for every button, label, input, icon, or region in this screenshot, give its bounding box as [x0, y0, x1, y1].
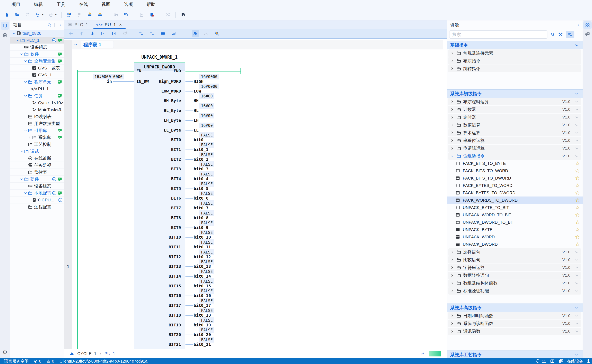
- menu-6[interactable]: 帮助: [146, 1, 155, 7]
- output-value[interactable]: 16#00: [199, 123, 214, 128]
- network-collapse-icon[interactable]: [73, 42, 78, 47]
- output-variable[interactable]: LOW: [194, 89, 201, 94]
- instruction-category[interactable]: 标准验证功能 V1.0: [448, 287, 581, 295]
- pin-BIT8[interactable]: BIT8: [134, 215, 183, 220]
- device-online-icon[interactable]: [559, 359, 563, 364]
- warning-counter[interactable]: ⚠ 0: [47, 359, 54, 364]
- instruction-category[interactable]: 选择语句 V1.0: [448, 248, 581, 256]
- output-variable[interactable]: bit0_12: [194, 254, 211, 259]
- sort-view-button[interactable]: [179, 11, 187, 19]
- cross-reference-button[interactable]: [164, 11, 172, 19]
- online-monitor-button[interactable]: [122, 11, 130, 19]
- output-value[interactable]: FALSE: [199, 308, 214, 313]
- menu-2[interactable]: 工具: [56, 1, 66, 7]
- tree-item-process-control[interactable]: 工艺控制: [10, 141, 64, 148]
- output-value[interactable]: 16#0000: [199, 74, 219, 79]
- tree-item-user-data-types[interactable]: 用户数据类型: [10, 120, 64, 127]
- pin-BIT17[interactable]: BIT17: [134, 303, 183, 308]
- error-counter[interactable]: ⊗ 0: [34, 359, 41, 364]
- output-value[interactable]: FALSE: [199, 337, 214, 343]
- stop-device-button[interactable]: [148, 11, 156, 19]
- tree-item-reference-lib[interactable]: 引用库: [10, 127, 64, 134]
- tree-item-remote-config[interactable]: 远程配置: [10, 203, 64, 210]
- breadcrumb-unit[interactable]: PU_1: [105, 351, 115, 356]
- output-value[interactable]: FALSE: [199, 181, 214, 187]
- output-variable[interactable]: bit0_10: [194, 235, 211, 240]
- instruction-category[interactable]: 常规及连接元素: [448, 49, 581, 57]
- output-variable[interactable]: LH: [194, 118, 199, 123]
- output-value[interactable]: FALSE: [199, 298, 214, 304]
- instruction-category[interactable]: 字符串运算 V1.0: [448, 264, 581, 271]
- section-header[interactable]: 系统库工艺指令: [447, 351, 583, 358]
- output-value[interactable]: FALSE: [199, 269, 214, 274]
- output-value[interactable]: FALSE: [199, 161, 214, 167]
- add-element-button[interactable]: [67, 30, 74, 37]
- upload-from-device-button[interactable]: [96, 11, 104, 19]
- export-network-button[interactable]: [110, 30, 118, 37]
- pin-BIT15[interactable]: BIT15: [134, 284, 183, 288]
- instruction-UNPACK_DWORD_TO_BIT[interactable]: UNPACK_DWORD_TO_BIT ☆: [447, 219, 583, 226]
- output-value[interactable]: FALSE: [199, 239, 214, 245]
- zoom-button[interactable]: [213, 30, 221, 37]
- list-view-button[interactable]: [159, 30, 166, 37]
- pin-BIT11[interactable]: BIT11: [134, 245, 183, 249]
- pin-BIT0[interactable]: BIT0: [134, 137, 183, 142]
- tree-item-io-map[interactable]: IO映射表: [10, 113, 64, 120]
- instruction-category[interactable]: 布尔逻辑运算 V1.0: [448, 98, 581, 105]
- output-value[interactable]: 16#00: [199, 93, 214, 99]
- tree-item-task-monitor[interactable]: 任务监视: [10, 162, 64, 169]
- output-value[interactable]: FALSE: [199, 142, 214, 148]
- pin-HL_Byte[interactable]: HL_Byte: [134, 108, 183, 113]
- pin-BIT3[interactable]: BIT3: [134, 167, 183, 171]
- insert-row-button[interactable]: [137, 30, 145, 37]
- import-network-button[interactable]: [100, 30, 107, 37]
- pin-BIT20[interactable]: BIT20: [134, 332, 183, 337]
- notification-counter[interactable]: 11: [535, 359, 546, 364]
- instruction-category[interactable]: 日期和时间函数 V1.0: [448, 312, 581, 319]
- favorite-star-icon[interactable]: ☆: [575, 183, 580, 188]
- instruction-UNPACK_BYTE_TO_BIT[interactable]: UNPACK_BYTE_TO_BIT ☆: [447, 204, 583, 211]
- instruction-category[interactable]: 跳转指令: [448, 65, 581, 72]
- pin-HH_Byte[interactable]: HH_Byte: [134, 98, 183, 103]
- pin-BIT14[interactable]: BIT14: [134, 274, 183, 279]
- favorite-star-icon[interactable]: ☆: [575, 227, 580, 232]
- output-value[interactable]: FALSE: [199, 249, 214, 255]
- output-value[interactable]: FALSE: [199, 171, 214, 177]
- undo-button[interactable]: [33, 11, 42, 19]
- move-up-button[interactable]: [78, 30, 85, 37]
- sync-icon[interactable]: ⇄: [421, 352, 424, 356]
- tab-close-icon[interactable]: ×: [119, 22, 122, 27]
- pin-BIT9[interactable]: BIT9: [134, 225, 183, 230]
- pin-BIT21[interactable]: BIT21: [134, 342, 183, 347]
- download-network-button[interactable]: [202, 30, 210, 37]
- simulator-button[interactable]: [138, 11, 146, 19]
- favorite-star-icon[interactable]: ☆: [575, 205, 580, 210]
- output-variable[interactable]: bit0: [194, 137, 203, 142]
- save-project-button[interactable]: [23, 11, 32, 19]
- favorite-star-icon[interactable]: ☆: [575, 220, 580, 225]
- output-variable[interactable]: HIGH: [194, 79, 203, 84]
- download-to-device-button[interactable]: [86, 11, 94, 19]
- tree-item-cpu-0[interactable]: 0 CPU...: [10, 196, 64, 203]
- instruction-category[interactable]: 数值运算 V1.0: [448, 121, 581, 129]
- move-down-button[interactable]: [89, 30, 96, 37]
- favorites-filter-button[interactable]: [566, 31, 574, 39]
- pin-LH_Byte[interactable]: LH_Byte: [134, 118, 183, 123]
- tree-item-hw-device-config[interactable]: 设备组态: [10, 183, 64, 189]
- output-variable[interactable]: bit0_16: [194, 293, 211, 298]
- tree-item-maintask[interactable]: ↻ MainTask<3...: [10, 106, 64, 113]
- window-icon[interactable]: [550, 359, 555, 364]
- section-header[interactable]: 系统库初级指令: [447, 90, 583, 98]
- tree-item-global-var-set[interactable]: 全局变量集: [10, 58, 64, 65]
- output-value[interactable]: FALSE: [199, 132, 214, 138]
- output-value[interactable]: 16#00: [199, 103, 214, 109]
- output-variable[interactable]: bit0_5: [194, 186, 208, 191]
- tree-item-device-config[interactable]: 设备组态: [10, 44, 64, 51]
- output-value[interactable]: 16#00: [199, 113, 214, 118]
- instruction-PACK_BITS_TO_DWORD[interactable]: PACK_BITS_TO_DWORD ☆: [447, 175, 583, 182]
- instruction-category[interactable]: 数组及结构体函数 V1.0: [448, 280, 581, 287]
- pin-eno[interactable]: ENO: [134, 68, 183, 73]
- instruction-category[interactable]: 比较语句 V1.0: [448, 256, 581, 264]
- menu-0[interactable]: 项目: [12, 1, 20, 7]
- activity-settings[interactable]: ⚙: [1, 348, 9, 356]
